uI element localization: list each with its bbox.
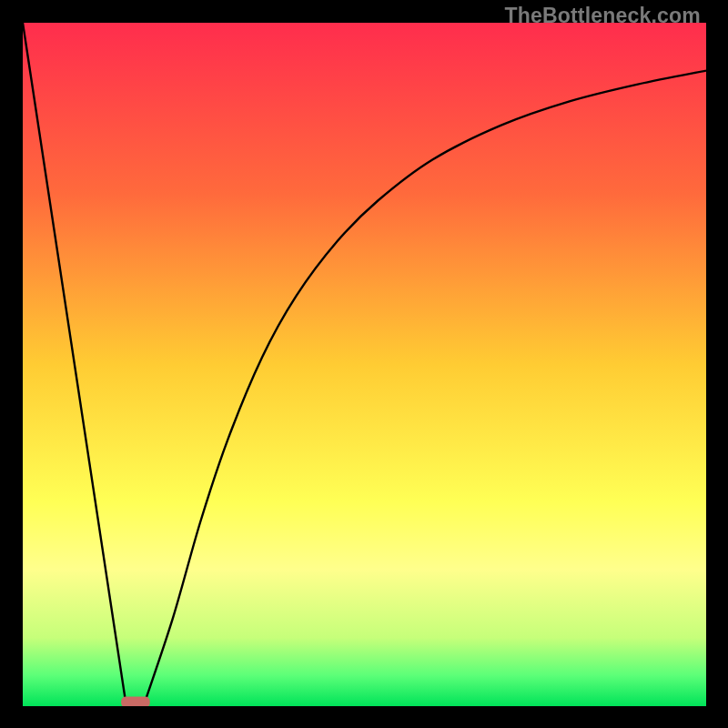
chart-frame: TheBottleneck.com <box>0 0 728 728</box>
plot-area <box>23 23 706 706</box>
minimum-marker <box>121 696 150 706</box>
gradient-background <box>23 23 706 706</box>
chart-svg <box>23 23 706 706</box>
